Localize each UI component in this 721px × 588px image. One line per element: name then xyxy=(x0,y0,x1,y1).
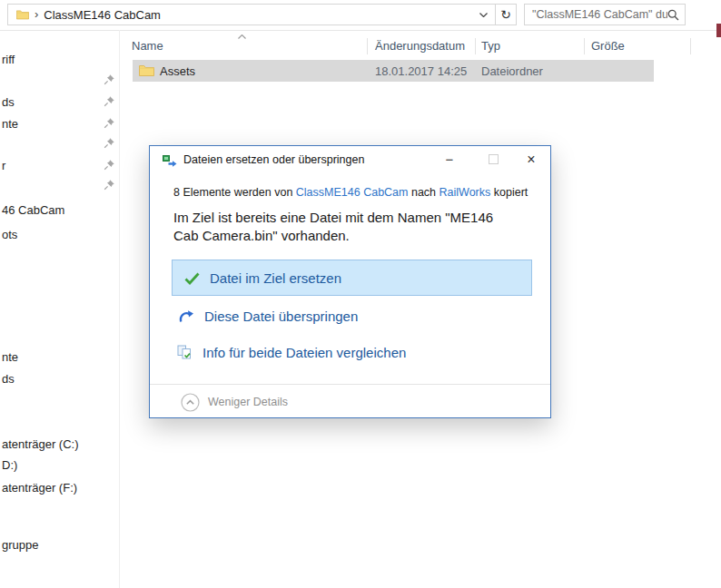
folder-icon xyxy=(16,9,29,20)
search-input[interactable]: "ClassME146 CabCam" durch... xyxy=(532,8,667,21)
column-header-date[interactable]: Änderungsdatum xyxy=(375,39,465,53)
option-label: Info für beide Dateien vergleichen xyxy=(202,345,406,360)
search-icon xyxy=(667,9,679,21)
dialog-titlebar[interactable]: Dateien ersetzen oder überspringen − × xyxy=(150,146,550,174)
column-header-size[interactable]: Größe xyxy=(591,39,625,53)
sidebar-item-drive-d[interactable]: D:) xyxy=(0,456,119,474)
pin-icon xyxy=(104,179,115,191)
maximize-button xyxy=(479,147,507,172)
pin-icon xyxy=(104,95,115,107)
option-replace-file[interactable]: Datei im Ziel ersetzen xyxy=(172,260,532,296)
compare-files-icon xyxy=(177,345,193,360)
pin-icon xyxy=(104,74,115,85)
close-icon: × xyxy=(527,152,535,168)
breadcrumb-chevron-icon: › xyxy=(35,7,38,21)
skip-arrow-icon xyxy=(178,309,194,323)
pin-icon xyxy=(104,117,115,129)
column-divider[interactable] xyxy=(584,38,585,54)
search-box[interactable]: "ClassME146 CabCam" durch... xyxy=(524,4,686,25)
close-button[interactable]: × xyxy=(518,147,545,172)
option-label: Datei im Ziel ersetzen xyxy=(210,270,341,286)
window-edge-artifact xyxy=(716,24,721,37)
check-icon xyxy=(183,271,201,285)
column-divider[interactable] xyxy=(475,38,476,54)
sidebar-divider xyxy=(119,30,120,588)
source-folder-link[interactable]: ClassME146 CabCam xyxy=(296,186,409,199)
option-skip-file[interactable]: Diese Datei überspringen xyxy=(172,303,532,328)
sidebar-item-classme146-cabcam[interactable]: 46 CabCam xyxy=(0,201,119,219)
minimize-button[interactable]: − xyxy=(436,147,463,172)
refresh-icon: ↻ xyxy=(500,7,511,22)
column-divider[interactable] xyxy=(367,38,368,54)
minimize-icon: − xyxy=(446,152,454,167)
sidebar-item-pinned-1[interactable] xyxy=(0,71,119,89)
sidebar-item-quick-access[interactable]: riff xyxy=(0,50,119,68)
replace-skip-dialog: Dateien ersetzen oder überspringen − × 8… xyxy=(149,145,551,418)
sort-ascending-icon xyxy=(238,34,246,39)
fewer-details-button[interactable]: Weniger Details xyxy=(181,392,288,412)
sidebar-item-documents[interactable]: nte xyxy=(0,114,119,132)
sidebar-item-drive-f[interactable]: atenträger (F:) xyxy=(0,478,119,496)
copy-files-icon xyxy=(163,153,177,167)
sidebar-item-pictures[interactable]: r xyxy=(0,156,119,174)
sidebar-item-screenshots[interactable]: ots xyxy=(0,225,119,243)
sidebar-item-drive-c[interactable]: atenträger (C:) xyxy=(0,435,119,453)
sidebar-item-homegroup[interactable]: gruppe xyxy=(0,535,119,554)
explorer-window: › ClassME146 CabCam ↻ "ClassME146 CabCam… xyxy=(0,0,721,588)
copy-summary: 8 Elemente werden von ClassME146 CabCam … xyxy=(173,186,528,199)
file-date: 18.01.2017 14:25 xyxy=(375,64,467,78)
column-header-name[interactable]: Name xyxy=(132,39,163,53)
refresh-button[interactable]: ↻ xyxy=(495,4,517,25)
file-type: Dateiordner xyxy=(481,64,543,78)
sidebar-item-pinned-3[interactable] xyxy=(0,176,119,194)
column-header-type[interactable]: Typ xyxy=(481,39,500,53)
sidebar-item-downloads-2[interactable]: ds xyxy=(0,369,119,387)
sidebar-item-pinned-2[interactable] xyxy=(0,134,119,152)
conflict-message: Im Ziel ist bereits eine Datei mit dem N… xyxy=(173,209,493,245)
folder-icon xyxy=(139,64,154,76)
pin-icon xyxy=(104,137,115,149)
option-compare-files[interactable]: Info für beide Dateien vergleichen xyxy=(172,339,532,365)
dialog-title: Dateien ersetzen oder überspringen xyxy=(183,153,364,166)
maximize-icon xyxy=(489,154,499,164)
breadcrumb[interactable]: ClassME146 CabCam xyxy=(44,8,478,22)
option-label: Diese Datei überspringen xyxy=(204,309,358,324)
pin-icon xyxy=(104,159,115,171)
address-dropdown-button[interactable] xyxy=(478,9,489,21)
chevron-up-circle-icon xyxy=(181,393,200,412)
table-row-assets[interactable]: Assets 18.01.2017 14:25 Dateiordner xyxy=(133,60,654,82)
explorer-toolbar: › ClassME146 CabCam ↻ "ClassME146 CabCam… xyxy=(0,0,721,31)
fewer-details-label: Weniger Details xyxy=(208,396,288,408)
sidebar-item-documents-2[interactable]: nte xyxy=(0,348,119,366)
sidebar-item-downloads[interactable]: ds xyxy=(0,93,119,111)
file-name: Assets xyxy=(160,64,195,78)
target-folder-link[interactable]: RailWorks xyxy=(440,186,491,199)
dialog-separator xyxy=(150,384,550,385)
column-divider[interactable] xyxy=(690,38,691,54)
chevron-down-icon xyxy=(479,13,488,17)
address-bar[interactable]: › ClassME146 CabCam xyxy=(7,4,496,25)
